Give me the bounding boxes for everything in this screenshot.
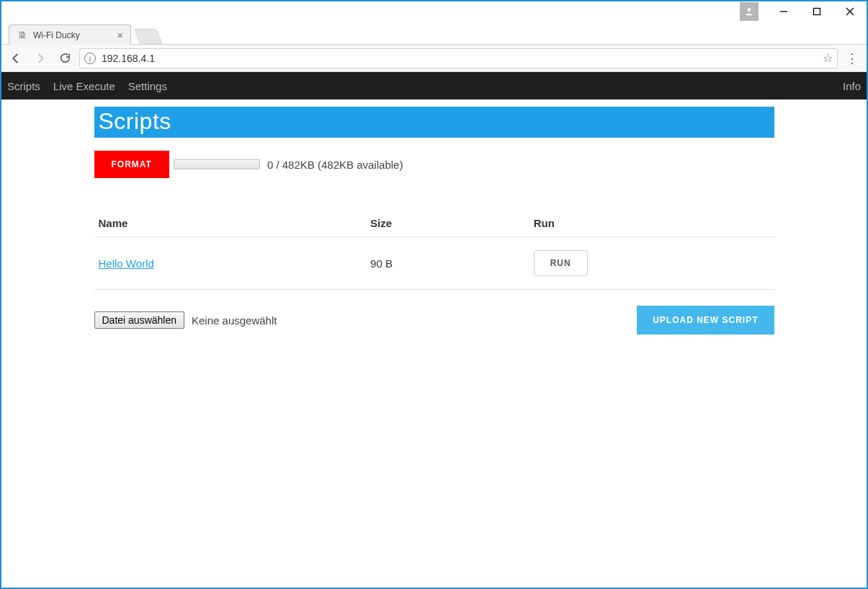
choose-file-button[interactable]: Datei auswählen xyxy=(94,311,185,329)
tab-title: Wi-Fi Ducky xyxy=(33,30,80,40)
nav-link-info[interactable]: Info xyxy=(843,80,861,92)
window-close-button[interactable] xyxy=(833,2,867,21)
bookmark-star-icon[interactable]: ☆ xyxy=(823,51,833,65)
col-header-name: Name xyxy=(94,210,367,237)
address-bar[interactable]: i 192.168.4.1 ☆ xyxy=(79,48,838,68)
script-size: 90 B xyxy=(366,237,529,290)
col-header-run: Run xyxy=(529,210,774,237)
tab-close-icon[interactable]: × xyxy=(117,30,123,41)
window-maximize-button[interactable] xyxy=(800,2,833,21)
browser-tabstrip: 🗎 Wi-Fi Ducky × xyxy=(1,22,867,45)
col-header-size: Size xyxy=(366,210,529,237)
table-header-row: Name Size Run xyxy=(94,210,774,237)
app-navbar: Scripts Live Execute Settings Info xyxy=(1,72,867,99)
new-tab-button[interactable] xyxy=(134,29,163,45)
nav-link-scripts[interactable]: Scripts xyxy=(7,80,40,92)
table-row: Hello World 90 B RUN xyxy=(94,237,774,290)
storage-progress-bar xyxy=(174,159,260,169)
nav-back-button[interactable] xyxy=(6,48,26,68)
page-file-icon: 🗎 xyxy=(18,30,27,40)
scripts-table: Name Size Run Hello World 90 B RUN xyxy=(94,210,774,290)
account-icon[interactable] xyxy=(740,2,759,21)
svg-rect-2 xyxy=(814,9,820,15)
nav-reload-button[interactable] xyxy=(55,48,75,68)
upload-row: Datei auswählen Keine ausgewählt UPLOAD … xyxy=(94,306,774,335)
upload-script-button[interactable]: UPLOAD NEW SCRIPT xyxy=(637,306,774,335)
browser-toolbar: i 192.168.4.1 ☆ ⋮ xyxy=(1,45,867,72)
svg-point-0 xyxy=(748,8,751,12)
nav-link-live-execute[interactable]: Live Execute xyxy=(53,80,115,92)
storage-row: FORMAT 0 / 482KB (482KB available) xyxy=(94,151,774,178)
url-text: 192.168.4.1 xyxy=(102,53,155,64)
format-button[interactable]: FORMAT xyxy=(94,151,169,178)
browser-menu-button[interactable]: ⋮ xyxy=(842,50,862,66)
window-titlebar xyxy=(1,1,867,22)
page-title: Scripts xyxy=(94,107,774,138)
script-name-link[interactable]: Hello World xyxy=(99,257,154,270)
browser-tab[interactable]: 🗎 Wi-Fi Ducky × xyxy=(9,25,131,45)
window-minimize-button[interactable] xyxy=(767,2,800,21)
page-container: Scripts FORMAT 0 / 482KB (482KB availabl… xyxy=(89,107,780,335)
file-status-text: Keine ausgewählt xyxy=(192,314,277,327)
nav-forward-button[interactable] xyxy=(30,48,50,68)
run-button[interactable]: RUN xyxy=(534,250,588,276)
nav-link-settings[interactable]: Settings xyxy=(128,80,167,92)
site-info-icon[interactable]: i xyxy=(84,53,96,64)
storage-text: 0 / 482KB (482KB available) xyxy=(267,159,403,171)
